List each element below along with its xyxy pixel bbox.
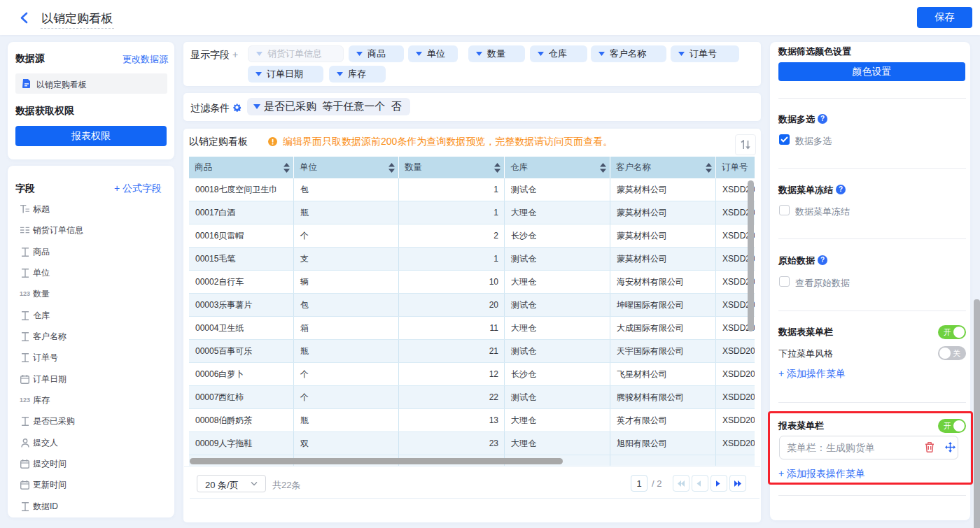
- svg-text:?: ?: [820, 256, 825, 264]
- svg-text:?: ?: [820, 115, 825, 122]
- svg-text:?: ?: [839, 185, 843, 193]
